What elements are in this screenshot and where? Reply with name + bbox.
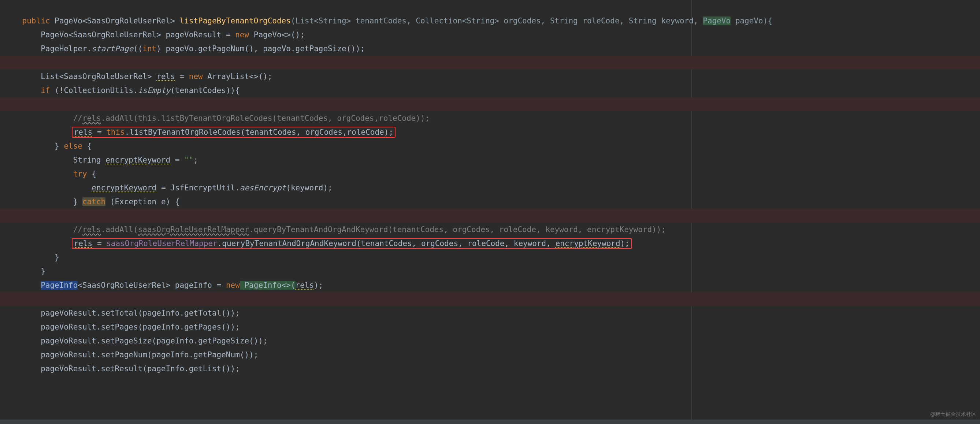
code-line[interactable]: String encryptKeyword = ""; (0, 139, 980, 153)
blank-line[interactable] (0, 278, 980, 292)
code-line-highlighted[interactable]: rels = this.listByTenantOrgRoleCodes(ten… (0, 111, 980, 125)
text: pageVoResult.setResult(pageInfo.getList(… (22, 364, 240, 373)
code-line[interactable]: if (!CollectionUtils.isEmpty(tenantCodes… (0, 70, 980, 84)
code-editor[interactable]: public PageVo<SaasOrgRoleUserRel> listPa… (0, 0, 980, 424)
blank-line[interactable] (0, 42, 980, 56)
code-line[interactable]: pageVoResult.setPageSize(pageInfo.getPag… (0, 320, 980, 334)
code-line[interactable]: public PageVo<SaasOrgRoleUserRel> listPa… (0, 0, 980, 14)
code-line[interactable]: pageVoResult.setPages(pageInfo.getPages(… (0, 306, 980, 320)
code-line[interactable]: PageVo<SaasOrgRoleUserRel> pageVoResult … (0, 14, 980, 28)
code-line[interactable]: PageHelper.startPage((int) pageVo.getPag… (0, 28, 980, 42)
code-line[interactable]: pageVoResult.setResult(pageInfo.getList(… (0, 348, 980, 362)
horizontal-scrollbar[interactable] (0, 419, 980, 424)
code-line[interactable]: pageVoResult.setTotal(pageInfo.getTotal(… (0, 292, 980, 306)
code-line-comment[interactable]: //rels.addAll(this.listByTenantOrgRoleCo… (0, 97, 980, 111)
code-line[interactable]: pageVoResult.setPageNum(pageInfo.getPage… (0, 334, 980, 348)
code-line-comment[interactable]: //rels.addAll(saasOrgRoleUserRelMapper.q… (0, 209, 980, 222)
code-line[interactable]: PageInfo<SaasOrgRoleUserRel> pageInfo = … (0, 264, 980, 278)
code-line[interactable]: } else { (0, 125, 980, 139)
code-line[interactable]: } catch (Exception e) { (0, 181, 980, 195)
code-line[interactable]: List<SaasOrgRoleUserRel> rels = new Arra… (0, 56, 980, 70)
code-line[interactable]: } (0, 251, 980, 264)
code-line[interactable]: encryptKeyword = JsfEncryptUtil.aesEncry… (0, 167, 980, 181)
code-line[interactable]: } (0, 237, 980, 251)
watermark: @稀土掘金技术社区 (930, 407, 976, 421)
code-line[interactable]: } (0, 195, 980, 209)
code-line-highlighted[interactable]: rels = saasOrgRoleUserRelMapper.queryByT… (0, 222, 980, 237)
code-line[interactable]: if (StringUtils.isBlank(keyword)){ (0, 84, 980, 97)
code-line[interactable]: try { (0, 153, 980, 167)
